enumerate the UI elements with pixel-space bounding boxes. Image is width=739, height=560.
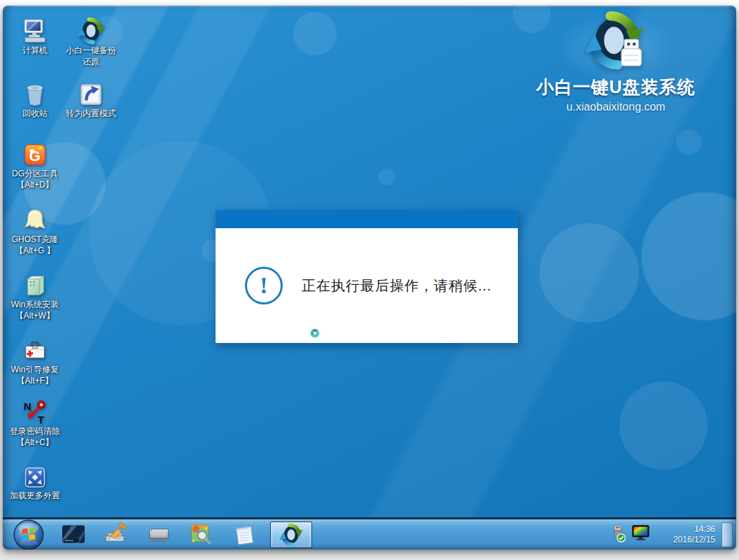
taskbar-memory-tool-button[interactable] (145, 521, 173, 549)
usb-safely-remove-icon[interactable] (608, 524, 626, 545)
brand-title: 小白一键U盘装系统 (522, 76, 710, 99)
loading-spinner-icon (311, 329, 319, 337)
desktop-icon-ghost-clone[interactable]: GHOST克隆 【Alt+G 】 (8, 204, 62, 256)
show-desktop-button[interactable] (722, 522, 733, 547)
desktop-screen: 计算机 小白一键备份 还原 回收站 (3, 6, 736, 550)
windows-orb-icon (13, 519, 44, 550)
desktop-icon-dg-partition[interactable]: G DG分区工具 【Alt+D】 (8, 139, 62, 190)
taskbar-disk-cleanup-button[interactable] (102, 521, 130, 549)
win-install-icon (22, 270, 48, 299)
desktop-icon-backup-restore[interactable]: 小白一键备份 还原 (64, 15, 118, 67)
desktop-icon-builtin-mode[interactable]: 转为内置模式 (64, 78, 118, 119)
dialog-body: ! 正在执行最后操作，请稍候... (216, 228, 518, 343)
notepad-icon (232, 522, 257, 547)
desktop-icon-win-install[interactable]: Win系统安装 【Alt+W】 (8, 270, 62, 321)
brand-logo: 小白一键U盘装系统 u.xiaobaixitong.com (522, 11, 710, 113)
computer-icon (21, 15, 49, 45)
taskbar: ★ ★ (3, 517, 736, 550)
display-preview-icon (62, 525, 85, 544)
brand-logo-icon (586, 62, 646, 74)
taskbar-screenshot-tool-button[interactable]: ★ ★ (188, 521, 216, 549)
desktop-icon-password-clear[interactable]: N T 登录密码清除 【Alt+C】 (6, 396, 64, 448)
disk-cleanup-icon (104, 522, 129, 547)
dialog-message: 正在执行最后操作，请稍候... (302, 276, 492, 295)
desktop-icon-label: 计算机 (22, 45, 48, 56)
backup-restore-icon (77, 15, 105, 45)
ghost-clone-icon (21, 204, 49, 234)
screenshot-tool-icon: ★ ★ (189, 522, 214, 547)
system-tray: 14:36 2016/12/15 (608, 519, 715, 550)
desktop-icon-recycle-bin[interactable]: 回收站 (8, 78, 62, 119)
exclamation-circle-icon: ! (245, 267, 283, 304)
dg-partition-icon: G (22, 139, 48, 168)
progress-dialog: ! 正在执行最后操作，请稍候... (216, 210, 518, 343)
svg-text:★: ★ (191, 537, 195, 543)
taskbar-clock[interactable]: 14:36 2016/12/15 (659, 524, 715, 545)
clock-time: 14:36 (659, 524, 715, 535)
taskbar-notepad-button[interactable] (230, 521, 258, 549)
svg-text:N: N (24, 400, 31, 412)
recycle-bin-icon (21, 78, 49, 108)
memory-chip-icon (146, 522, 171, 547)
svg-text:★: ★ (204, 524, 209, 531)
desktop-icon-computer[interactable]: 计算机 (8, 15, 62, 56)
taskbar-xiaobai-active-button[interactable] (270, 522, 312, 548)
builtin-mode-icon (78, 78, 104, 108)
win-bootfix-icon (22, 335, 48, 364)
xiaobai-arrows-icon (279, 523, 303, 547)
display-settings-icon[interactable] (631, 524, 650, 545)
load-external-icon (22, 461, 48, 490)
start-button[interactable] (13, 519, 45, 550)
password-clear-icon: N T (22, 396, 48, 426)
dialog-titlebar[interactable] (216, 210, 518, 228)
desktop-icon-load-external[interactable]: 加载更多外置 (8, 461, 62, 501)
desktop-icon-win-bootfix[interactable]: Win引导修复 【Alt+F】 (8, 335, 62, 386)
clock-date: 2016/12/15 (659, 535, 715, 545)
brand-url: u.xiaobaixitong.com (522, 101, 710, 113)
svg-text:T: T (38, 414, 45, 426)
taskbar-display-preview-button[interactable] (59, 521, 87, 549)
